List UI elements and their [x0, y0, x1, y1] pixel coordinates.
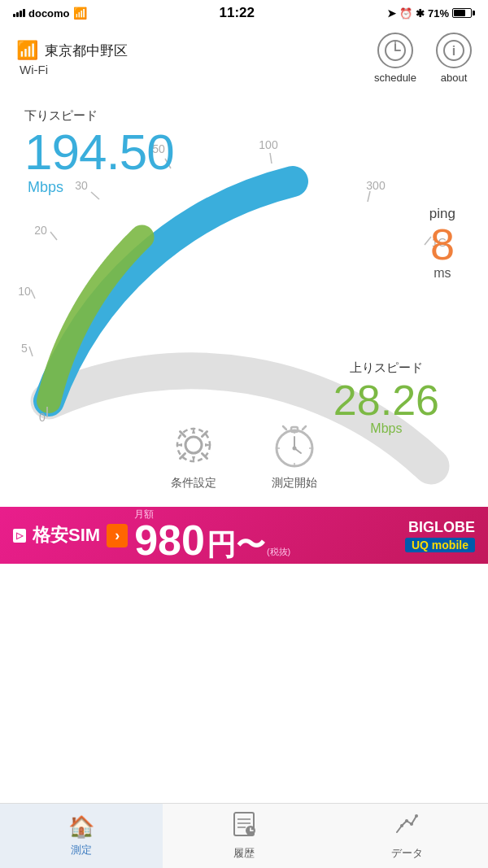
ad-logo-area: BIGLOBE UQ mobile — [405, 519, 475, 552]
data-icon — [394, 811, 420, 843]
about-label: about — [441, 72, 468, 84]
header-location: 📶 東京都中野区 — [16, 40, 128, 61]
down-speed-value: 194.50 — [24, 127, 174, 177]
tab-bar: 🏠 測定 履歴 — [0, 803, 488, 868]
svg-point-47 — [415, 814, 418, 818]
home-icon: 🏠 — [68, 814, 94, 840]
up-speed-label: 上りスピード — [333, 360, 439, 376]
svg-point-32 — [293, 447, 297, 451]
gauge-container: 下りスピード 194.50 Mbps ping 8 ms 上りスピード 28.2… — [0, 100, 488, 507]
bottom-controls: 条件設定 — [0, 419, 488, 491]
header-right: schedule i about — [374, 33, 472, 84]
svg-line-28 — [283, 426, 286, 430]
time-display: 11:22 — [220, 5, 255, 21]
schedule-button[interactable]: schedule — [374, 33, 416, 84]
biglobe-logo: BIGLOBE — [408, 519, 475, 536]
ad-tax: (税抜) — [267, 547, 290, 556]
svg-line-18 — [50, 232, 57, 240]
location-icon: ➤ — [387, 7, 396, 20]
battery-icon — [452, 8, 475, 18]
tab-measurement-label: 測定 — [71, 843, 92, 857]
tab-history-label: 履歴 — [233, 846, 255, 861]
signal-bars — [13, 9, 25, 17]
ad-tag: ▷ — [13, 529, 26, 543]
about-button[interactable]: i about — [436, 33, 472, 84]
ad-banner[interactable]: ▷ 格安SIM › 月額 980 円〜 (税抜) BIGLOBE UQ mobi… — [0, 507, 488, 564]
about-icon: i — [436, 33, 472, 68]
svg-point-45 — [405, 819, 408, 822]
ad-arrow: › — [107, 524, 128, 547]
settings-label: 条件設定 — [171, 476, 216, 491]
svg-line-17 — [31, 290, 35, 299]
svg-line-29 — [303, 426, 306, 430]
schedule-icon — [377, 33, 413, 68]
status-right: ➤ ⏰ ✱ 71% — [387, 7, 475, 20]
speed-labels: 下りスピード 194.50 Mbps — [24, 108, 174, 196]
down-speed-unit: Mbps — [28, 179, 63, 195]
svg-text:20: 20 — [34, 224, 47, 237]
svg-point-46 — [410, 822, 413, 826]
start-label: 測定開始 — [272, 476, 317, 491]
alarm-icon: ⏰ — [399, 7, 412, 20]
header: 📶 東京都中野区 Wi-Fi schedule — [0, 26, 488, 92]
down-speed-label: 下りスピード — [24, 108, 174, 124]
wifi-status-icon: 📶 — [73, 7, 87, 20]
up-speed-value: 28.26 — [333, 379, 439, 421]
svg-point-24 — [185, 437, 202, 453]
history-icon — [231, 811, 257, 843]
ping-display: ping 8 ms — [429, 206, 455, 281]
battery-percent: 71% — [428, 7, 449, 20]
connection-type: Wi-Fi — [16, 63, 128, 76]
svg-line-16 — [29, 347, 33, 356]
status-bar: docomo 📶 11:22 ➤ ⏰ ✱ 71% — [0, 0, 488, 26]
wifi-icon: 📶 — [16, 40, 38, 61]
schedule-label: schedule — [374, 72, 416, 84]
svg-point-44 — [400, 824, 403, 827]
svg-line-22 — [368, 191, 370, 202]
gear-icon — [168, 419, 220, 471]
location-text: 東京都中野区 — [45, 41, 128, 60]
stopwatch-icon — [268, 419, 320, 471]
svg-text:10: 10 — [18, 285, 31, 298]
uq-logo: UQ mobile — [405, 538, 475, 552]
ping-value: 8 — [429, 222, 455, 266]
svg-text:i: i — [452, 44, 455, 58]
svg-text:300: 300 — [366, 179, 386, 192]
status-left: docomo 📶 — [13, 7, 87, 20]
ad-currency: 円〜 — [207, 530, 265, 560]
tab-history[interactable]: 履歴 — [163, 804, 325, 868]
main-content: 下りスピード 194.50 Mbps ping 8 ms 上りスピード 28.2… — [0, 92, 488, 507]
start-button[interactable]: 測定開始 — [268, 419, 320, 491]
svg-text:100: 100 — [259, 138, 278, 151]
tab-data-label: データ — [391, 846, 423, 861]
tab-measurement[interactable]: 🏠 測定 — [0, 804, 163, 868]
carrier-label: docomo — [28, 7, 70, 20]
settings-button[interactable]: 条件設定 — [168, 419, 220, 491]
bluetooth-icon: ✱ — [416, 7, 425, 20]
ad-price: 980 — [134, 519, 205, 561]
ad-main-text: 格安SIM — [33, 523, 100, 547]
header-left: 📶 東京都中野区 Wi-Fi — [16, 40, 128, 76]
tab-data[interactable]: データ — [325, 804, 488, 868]
svg-text:5: 5 — [21, 342, 28, 355]
svg-line-21 — [270, 153, 272, 164]
